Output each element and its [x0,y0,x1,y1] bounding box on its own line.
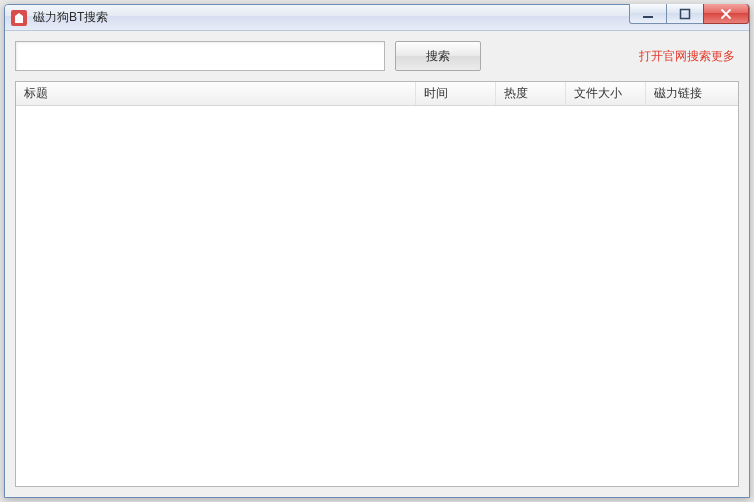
official-site-link[interactable]: 打开官网搜索更多 [639,48,735,65]
results-table: 标题 时间 热度 文件大小 磁力链接 [15,81,739,487]
window-controls [630,4,749,24]
window-title: 磁力狗BT搜索 [33,9,108,26]
column-header-heat[interactable]: 热度 [496,82,566,105]
column-header-time[interactable]: 时间 [416,82,496,105]
maximize-icon [679,8,691,20]
results-header: 标题 时间 热度 文件大小 磁力链接 [16,82,738,106]
minimize-icon [642,8,654,20]
svg-rect-0 [643,16,653,18]
search-row: 搜索 打开官网搜索更多 [15,41,739,71]
close-icon [719,8,733,20]
title-bar[interactable]: 磁力狗BT搜索 [5,5,749,31]
results-body[interactable] [16,106,738,486]
app-window: 磁力狗BT搜索 搜索 打开官网搜索更多 标题 时间 热度 文件 [4,4,750,498]
app-icon [11,10,27,26]
search-input[interactable] [15,41,385,71]
column-header-title[interactable]: 标题 [16,82,416,105]
svg-rect-1 [681,9,690,18]
column-header-magnet[interactable]: 磁力链接 [646,82,738,105]
client-area: 搜索 打开官网搜索更多 标题 时间 热度 文件大小 磁力链接 [5,31,749,497]
minimize-button[interactable] [629,4,667,24]
close-button[interactable] [703,4,749,24]
maximize-button[interactable] [666,4,704,24]
column-header-size[interactable]: 文件大小 [566,82,646,105]
search-button[interactable]: 搜索 [395,41,481,71]
